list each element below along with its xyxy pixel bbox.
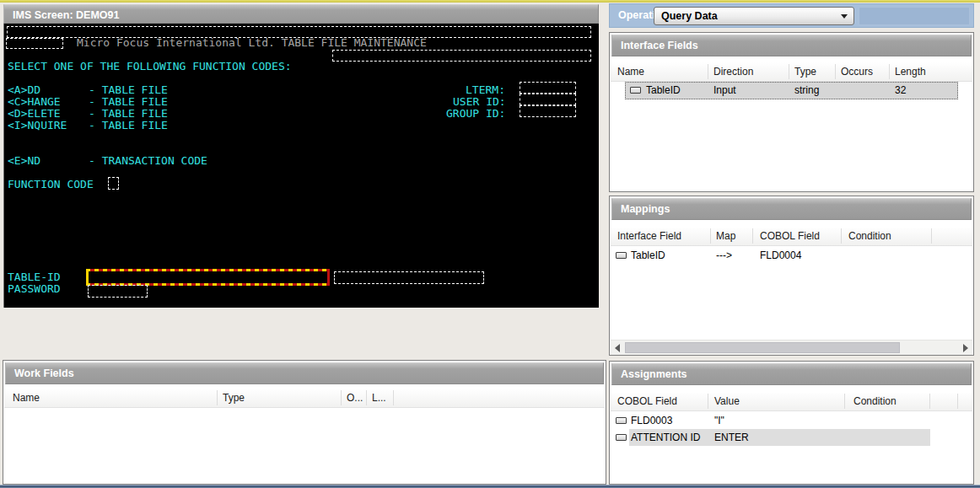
table-row[interactable]: TableID ---> FLD0004 <box>611 247 972 264</box>
scroll-left-button[interactable] <box>611 341 624 355</box>
fc-delete-code: <D>ELETE <box>8 108 61 120</box>
col-map: Map <box>716 230 735 242</box>
password-field[interactable] <box>88 285 148 298</box>
cell-cobol-field: FLD0004 <box>760 249 801 261</box>
cell-interface-field: TableID <box>631 249 665 261</box>
table-id-field-selected[interactable] <box>86 269 330 286</box>
terminal-banner-text: Micro Focus International Ltd. TABLE FIL… <box>77 37 427 49</box>
column-divider <box>366 390 367 405</box>
operation-select[interactable]: Query Data <box>654 7 854 25</box>
col-occurs: O... <box>347 392 363 404</box>
fc-inquire-desc: - TABLE FILE <box>89 120 168 131</box>
col-type: Type <box>223 392 245 404</box>
mappings-column-header: Interface Field Map COBOL Field Conditio… <box>611 227 972 246</box>
col-type: Type <box>794 66 816 78</box>
table-id-extra-field[interactable] <box>334 271 484 284</box>
column-divider <box>393 390 394 405</box>
col-occurs: Occurs <box>841 66 873 78</box>
fc-end-desc: - TRANSACTION CODE <box>89 155 207 167</box>
terminal-field-row3[interactable] <box>332 50 591 62</box>
terminal-screen[interactable]: Micro Focus International Ltd. TABLE FIL… <box>3 24 599 308</box>
column-divider <box>835 64 836 79</box>
col-name: Name <box>13 392 40 404</box>
col-cobol-field: COBOL Field <box>760 230 820 242</box>
work-fields-panel: Work Fields Name Type O... L... <box>3 360 606 485</box>
interface-fields-panel: Interface Fields Name Direction Type Occ… <box>609 32 974 192</box>
col-value: Value <box>714 395 740 407</box>
column-divider <box>931 228 932 244</box>
cell-name: TableID <box>646 84 681 96</box>
table-row[interactable]: ATTENTION ID ENTER <box>611 429 972 446</box>
fc-inquire-code: <I>NQUIRE <box>8 120 67 131</box>
fc-change-desc: - TABLE FILE <box>89 96 168 108</box>
user-id-field[interactable] <box>520 94 576 105</box>
cell-type: string <box>794 84 819 96</box>
mappings-panel: Mappings Interface Field Map COBOL Field… <box>609 196 974 356</box>
cell-direction: Input <box>713 84 736 96</box>
column-divider <box>752 228 753 244</box>
group-id-label: GROUP ID: <box>446 108 505 120</box>
column-divider <box>341 390 342 405</box>
column-divider <box>841 228 842 244</box>
field-icon <box>616 417 627 424</box>
col-length: Length <box>895 66 926 78</box>
cell-map: ---> <box>716 249 732 261</box>
col-interface-field: Interface Field <box>617 230 681 242</box>
table-row[interactable]: TableID Input string 32 <box>611 82 972 99</box>
work-fields-header: Work Fields <box>5 362 604 384</box>
column-divider <box>929 394 930 409</box>
cell-cobol-field: ATTENTION ID <box>631 432 700 443</box>
cell-value: ENTER <box>714 432 749 443</box>
fc-add-desc: - TABLE FILE <box>89 84 168 96</box>
field-icon <box>616 434 627 441</box>
operation-toolbar-spacer <box>859 7 970 25</box>
user-id-label: USER ID: <box>453 96 506 108</box>
cell-value: "I" <box>714 415 724 426</box>
scroll-left-icon <box>615 344 620 352</box>
terminal-select-line: SELECT ONE OF THE FOLLOWING FUNCTION COD… <box>8 61 292 72</box>
interface-fields-title: Interface Fields <box>621 40 698 51</box>
group-id-field[interactable] <box>520 105 576 117</box>
function-code-field[interactable] <box>108 177 119 190</box>
column-divider <box>217 390 218 405</box>
col-name: Name <box>617 66 644 78</box>
horizontal-scrollbar[interactable] <box>611 340 972 355</box>
scroll-right-icon <box>963 344 968 352</box>
function-code-label: FUNCTION CODE <box>8 179 94 190</box>
lterm-label: LTERM: <box>466 84 505 96</box>
cell-length: 32 <box>895 84 906 96</box>
fc-end-code: <E>ND <box>8 155 40 167</box>
column-divider <box>789 64 789 79</box>
scroll-right-button[interactable] <box>959 341 972 355</box>
top-accent-strip <box>0 0 980 3</box>
table-row[interactable]: FLD0003 "I" <box>611 412 972 429</box>
column-divider <box>889 64 890 79</box>
scrollbar-thumb[interactable] <box>625 342 900 353</box>
operation-selected-value: Query Data <box>661 10 718 22</box>
window-bottom-edge <box>0 485 980 488</box>
column-divider <box>844 394 845 409</box>
chevron-down-icon <box>841 14 848 19</box>
column-divider <box>708 64 708 79</box>
fc-change-code: <C>HANGE <box>8 96 61 108</box>
ims-screen-titlebar: IMS Screen: DEMO91 <box>3 4 599 24</box>
fc-delete-desc: - TABLE FILE <box>89 108 168 120</box>
operation-toolbar: Operation Query Data <box>609 3 974 28</box>
col-condition: Condition <box>853 395 897 407</box>
assignments-header: Assignments <box>611 363 972 385</box>
fc-add-code: <A>DD <box>8 84 40 96</box>
terminal-field-row2[interactable] <box>6 38 63 49</box>
lterm-field[interactable] <box>520 82 576 94</box>
field-icon <box>616 252 627 259</box>
work-fields-title: Work Fields <box>14 367 74 379</box>
col-length: L... <box>372 392 386 404</box>
assignments-panel: Assignments COBOL Field Value Condition … <box>609 361 974 485</box>
col-cobol-field: COBOL Field <box>617 395 677 407</box>
col-direction: Direction <box>713 66 753 78</box>
column-divider <box>708 394 708 409</box>
field-icon <box>630 87 641 94</box>
table-id-label: TABLE-ID <box>8 271 61 283</box>
column-divider <box>957 394 958 409</box>
mappings-header: Mappings <box>611 198 972 220</box>
table-id-field-inner <box>89 271 327 283</box>
